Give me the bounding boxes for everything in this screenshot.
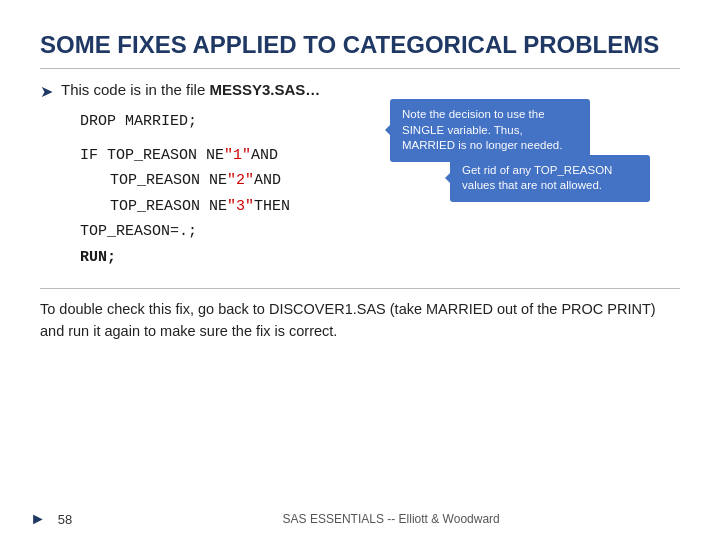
slide: SOME FIXES APPLIED TO CATEGORICAL PROBLE… — [0, 0, 720, 540]
code-then: THEN — [254, 194, 290, 220]
bullet-section: ➤ This code is in the file MESSY3.SAS… D… — [40, 81, 680, 270]
footer-page-number: 58 — [58, 512, 72, 527]
bullet-prefix-text: This code is in the file — [61, 81, 209, 98]
bullet-bold-text: MESSY3.SAS… — [209, 81, 320, 98]
code-if-prefix: IF TOP_REASON NE — [80, 143, 224, 169]
footer-title: SAS ESSENTIALS -- Elliott & Woodward — [92, 512, 690, 526]
code-str-1: "1" — [224, 143, 251, 169]
code-line-run: RUN; — [80, 245, 680, 271]
code-block: DROP MARRIED; Note the decision to use t… — [80, 109, 680, 270]
bullet-text: This code is in the file MESSY3.SAS… — [61, 81, 320, 98]
bullet-arrow: ➤ — [40, 82, 53, 101]
bottom-text: To double check this fix, go back to DIS… — [40, 288, 680, 343]
code-drop-married: DROP MARRIED; — [80, 109, 197, 135]
page-title: SOME FIXES APPLIED TO CATEGORICAL PROBLE… — [40, 30, 680, 69]
footer: ► 58 SAS ESSENTIALS -- Elliott & Woodwar… — [0, 510, 720, 528]
code-topreason-2-prefix: TOP_REASON NE — [110, 168, 227, 194]
tooltip-topreason: Get rid of any TOP_REASON values that ar… — [450, 155, 650, 202]
bullet-line-1: ➤ This code is in the file MESSY3.SAS… — [40, 81, 680, 101]
code-str-3: "3" — [227, 194, 254, 220]
code-and-1: AND — [251, 143, 278, 169]
footer-arrow: ► — [30, 510, 46, 528]
spacer — [80, 135, 680, 143]
code-and-2: AND — [254, 168, 281, 194]
code-line-drop: DROP MARRIED; Note the decision to use t… — [80, 109, 680, 135]
code-run: RUN; — [80, 245, 116, 271]
code-topreason-3-prefix: TOP_REASON NE — [110, 194, 227, 220]
tooltip-married: Note the decision to use the SINGLE vari… — [390, 99, 590, 162]
code-str-2: "2" — [227, 168, 254, 194]
code-line-assign: TOP_REASON=.; — [80, 219, 680, 245]
code-assign: TOP_REASON=.; — [80, 219, 197, 245]
